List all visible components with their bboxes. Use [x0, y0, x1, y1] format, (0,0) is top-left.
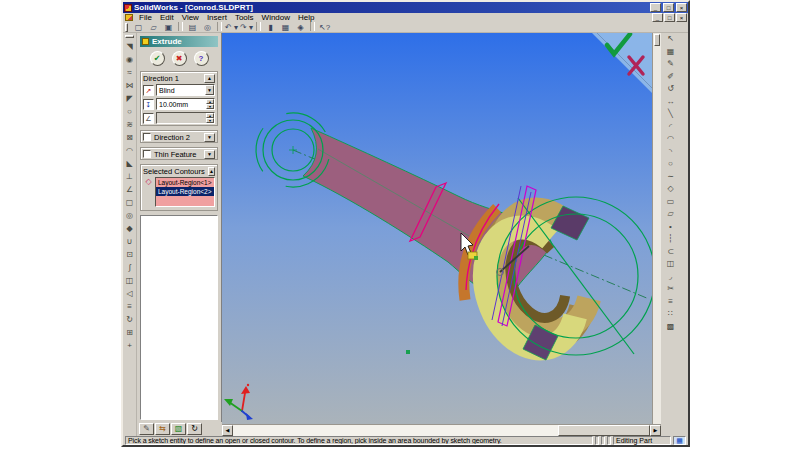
thin-feature-checkbox[interactable] — [143, 150, 151, 158]
swept-boss-tool[interactable]: ≈ — [123, 66, 136, 79]
toolbar-drag-handle[interactable] — [125, 23, 128, 32]
close-button[interactable]: × — [676, 3, 687, 12]
horizontal-scrollbar-thumb[interactable] — [558, 425, 650, 436]
collapse-arrow-button[interactable]: ▼ — [204, 133, 215, 142]
mirror-feature-tool[interactable]: ∪ — [123, 235, 136, 248]
dome-tool[interactable]: ◆ — [123, 222, 136, 235]
status-grid-icon[interactable]: ▦ — [673, 436, 686, 445]
rib-tool[interactable]: ⊥ — [123, 170, 136, 183]
convert-entities-tool[interactable]: ⊂ — [663, 246, 678, 259]
save-button[interactable]: ▣ — [161, 22, 176, 33]
print-button[interactable]: ▤ — [185, 22, 200, 33]
contour-item-1[interactable]: Layout-Region<1> — [156, 178, 214, 187]
centerline-tool[interactable]: ┆ — [663, 233, 678, 246]
lofted-cut-tool[interactable]: ⊠ — [123, 131, 136, 144]
draft-tool[interactable]: ∠ — [123, 183, 136, 196]
grid-button[interactable]: ▦ — [278, 22, 293, 33]
mirror-sketch-tool[interactable]: ◫ — [663, 258, 678, 271]
collapse-arrow-button[interactable]: ▲ — [208, 167, 215, 176]
direction2-checkbox[interactable] — [143, 133, 151, 141]
trim-tool[interactable]: ✂ — [663, 283, 678, 296]
revolved-cut-tool[interactable]: ○ — [123, 105, 136, 118]
vertical-scrollbar[interactable] — [652, 33, 661, 424]
selection-filter-button[interactable]: ▮ — [263, 22, 278, 33]
scroll-right-arrow[interactable]: ▶ — [650, 425, 661, 436]
rectangle-tool[interactable]: ▭ — [663, 196, 678, 209]
helix-tool[interactable]: + — [123, 339, 136, 352]
chamfer-tool[interactable]: ◣ — [123, 157, 136, 170]
dimension-tool[interactable]: ↔ — [663, 96, 678, 109]
collapse-arrow-button[interactable]: ▲ — [204, 74, 215, 83]
parallelogram-tool[interactable]: ▱ — [663, 208, 678, 221]
help-pointer-button[interactable]: ↖? — [317, 22, 332, 33]
line-tool[interactable]: ╲ — [663, 108, 678, 121]
shell-tool[interactable]: ▢ — [123, 196, 136, 209]
extruded-cut-tool[interactable]: ◤ — [123, 92, 136, 105]
contour-item-2[interactable]: Layout-Region<2> — [156, 187, 214, 196]
horizontal-scrollbar-track[interactable] — [233, 425, 650, 436]
offset-entities-tool[interactable]: ≡ — [663, 296, 678, 309]
circular-pattern-tool[interactable]: ∫ — [123, 261, 136, 274]
reverse-direction-icon[interactable]: ↗ — [143, 85, 154, 96]
circle-tool[interactable]: ○ — [663, 158, 678, 171]
toolbar-drag-handle[interactable] — [125, 35, 134, 38]
open-button[interactable]: ▱ — [146, 22, 161, 33]
sketch-grid-tool[interactable]: ▦ — [663, 46, 678, 59]
collapse-arrow-button[interactable]: ▼ — [204, 150, 215, 159]
point-tool[interactable]: ⊞ — [123, 326, 136, 339]
minimize-button[interactable]: _ — [650, 3, 661, 12]
swept-cut-tool[interactable]: ≋ — [123, 118, 136, 131]
new-button[interactable]: ▢ — [131, 22, 146, 33]
doc-restore-button[interactable]: □ — [664, 13, 675, 22]
hole-wizard-tool[interactable]: ◎ — [123, 209, 136, 222]
maximize-button[interactable]: □ — [663, 3, 674, 12]
horizontal-scrollbar[interactable]: ◀ ▶ — [222, 424, 661, 436]
dropdown-arrow-icon[interactable]: ▼ — [205, 85, 214, 95]
fillet-tool[interactable]: ◠ — [123, 144, 136, 157]
sketch-pattern-tool[interactable]: ∷ — [663, 308, 678, 321]
filter-toggle-button[interactable]: ◈ — [293, 22, 308, 33]
curve-tool[interactable]: ◫ — [123, 274, 136, 287]
redo-button[interactable]: ↷ ▾ — [239, 22, 254, 33]
scroll-left-arrow[interactable]: ◀ — [222, 425, 233, 436]
ok-button[interactable]: ✔ — [150, 51, 165, 66]
revolved-boss-tool[interactable]: ◉ — [123, 53, 136, 66]
3d-sketch-tool[interactable]: ✐ — [663, 71, 678, 84]
reference-plane-tool[interactable]: ◁ — [123, 287, 136, 300]
contours-listbox[interactable]: Layout-Region<1>Layout-Region<2> — [155, 177, 215, 207]
reference-axis-tool[interactable]: ≡ — [123, 300, 136, 313]
sketch-fillet-tool[interactable]: ◞ — [663, 271, 678, 284]
configurationmanager-tab[interactable]: ▧ — [171, 423, 186, 435]
vertical-scrollbar-thumb[interactable] — [654, 34, 660, 46]
separator[interactable] — [310, 22, 315, 31]
graphics-viewport[interactable] — [222, 33, 652, 424]
title-bar[interactable]: SolidWorks - [Conrod.SLDPRT] _ □ × — [123, 2, 688, 13]
cancel-button[interactable]: ✖ — [172, 51, 187, 66]
extruded-boss-tool[interactable]: ◥ — [123, 40, 136, 53]
separator[interactable] — [217, 22, 222, 31]
undo-button[interactable]: ↶ ▾ — [224, 22, 239, 33]
lofted-boss-tool[interactable]: ⋈ — [123, 79, 136, 92]
sketch-tool[interactable]: ✎ — [663, 58, 678, 71]
3point-arc-tool[interactable]: ◝ — [663, 146, 678, 159]
sketch-point[interactable] — [406, 350, 410, 354]
depth-input[interactable]: 10.00mm ▴▾ — [156, 98, 215, 110]
select-tool[interactable]: ↖ — [663, 33, 678, 46]
propertymanager-tab[interactable]: ⇆ — [155, 423, 170, 435]
separator[interactable] — [256, 22, 261, 31]
polygon-tool[interactable]: ◇ — [663, 183, 678, 196]
point-sketch-tool[interactable]: • — [663, 221, 678, 234]
coordinate-system-tool[interactable]: ↻ — [123, 313, 136, 326]
doc-minimize-button[interactable]: _ — [652, 13, 663, 22]
grid-system-tool[interactable]: ▩ — [663, 321, 678, 334]
depth-spinner[interactable]: ▴▾ — [206, 99, 214, 109]
tangent-arc-tool[interactable]: ◠ — [663, 133, 678, 146]
help-button[interactable]: ? — [194, 51, 209, 66]
linear-pattern-tool[interactable]: ⊡ — [123, 248, 136, 261]
refresh-tab[interactable]: ↻ — [187, 423, 202, 435]
featuremanager-tree-tab[interactable]: ✎ — [139, 423, 154, 435]
separator[interactable] — [178, 22, 183, 31]
spline-tool[interactable]: ∼ — [663, 171, 678, 184]
end-condition-dropdown[interactable]: Blind ▼ — [156, 84, 215, 96]
centerpoint-arc-tool[interactable]: ◜ — [663, 121, 678, 134]
